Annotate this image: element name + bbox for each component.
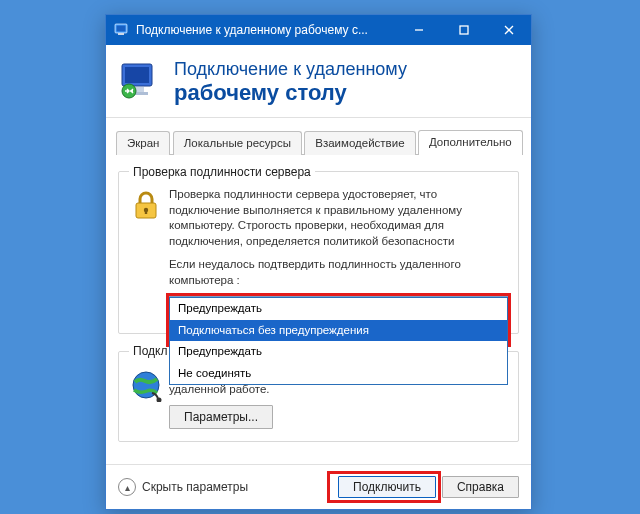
tab-advanced[interactable]: Дополнительно (418, 130, 523, 155)
svg-rect-2 (118, 33, 124, 35)
svg-rect-14 (145, 210, 147, 214)
globe-icon (129, 368, 163, 405)
banner-line1: Подключение к удаленному (174, 59, 407, 80)
tab-display[interactable]: Экран (116, 131, 170, 155)
auth-mode-option[interactable]: Подключаться без предупреждения (170, 320, 507, 342)
hide-params-toggle[interactable]: ▴ Скрыть параметры (118, 478, 248, 496)
tab-local[interactable]: Локальные ресурсы (173, 131, 302, 155)
connect-button[interactable]: Подключить (338, 476, 436, 498)
close-button[interactable] (486, 15, 531, 45)
tabs: Экран Локальные ресурсы Взаимодействие Д… (116, 128, 521, 155)
gateway-settings-button[interactable]: Параметры... (169, 405, 273, 429)
chevron-up-icon: ▴ (118, 478, 136, 496)
tab-experience[interactable]: Взаимодействие (304, 131, 415, 155)
hide-params-label: Скрыть параметры (142, 480, 248, 494)
auth-mode-dropdown[interactable]: Подключаться без предупреждения ▾ Предуп… (169, 296, 508, 319)
gateway-legend: Подкл (129, 344, 171, 358)
rdp-icon (118, 60, 162, 104)
app-icon (114, 22, 130, 38)
server-auth-desc: Проверка подлинности сервера удостоверяе… (169, 187, 508, 249)
auth-mode-list: Предупреждать Подключаться без предупреж… (169, 297, 508, 385)
banner-text: Подключение к удаленному рабочему столу (174, 59, 407, 105)
maximize-button[interactable] (441, 15, 486, 45)
server-auth-legend: Проверка подлинности сервера (129, 165, 315, 179)
tab-content: Проверка подлинности сервера Проверка по… (106, 155, 531, 462)
lock-icon (129, 189, 163, 226)
auth-mode-option[interactable]: Не соединять (170, 363, 507, 385)
server-auth-prompt: Если неудалось подтвердить подлинность у… (169, 257, 508, 288)
svg-rect-4 (460, 26, 468, 34)
banner: Подключение к удаленному рабочему столу (106, 45, 531, 118)
svg-rect-8 (125, 67, 149, 83)
banner-line2: рабочему столу (174, 80, 407, 105)
auth-mode-option[interactable]: Предупреждать (170, 298, 507, 320)
window-title: Подключение к удаленному рабочему с... (136, 23, 396, 37)
auth-mode-option[interactable]: Предупреждать (170, 341, 507, 363)
minimize-button[interactable] (396, 15, 441, 45)
help-button[interactable]: Справка (442, 476, 519, 498)
server-auth-group: Проверка подлинности сервера Проверка по… (118, 165, 519, 334)
dialog-footer: ▴ Скрыть параметры Подключить Справка (106, 464, 531, 509)
rdp-dialog: Подключение к удаленному рабочему с... (105, 14, 532, 510)
titlebar: Подключение к удаленному рабочему с... (106, 15, 531, 45)
svg-rect-1 (117, 26, 126, 32)
